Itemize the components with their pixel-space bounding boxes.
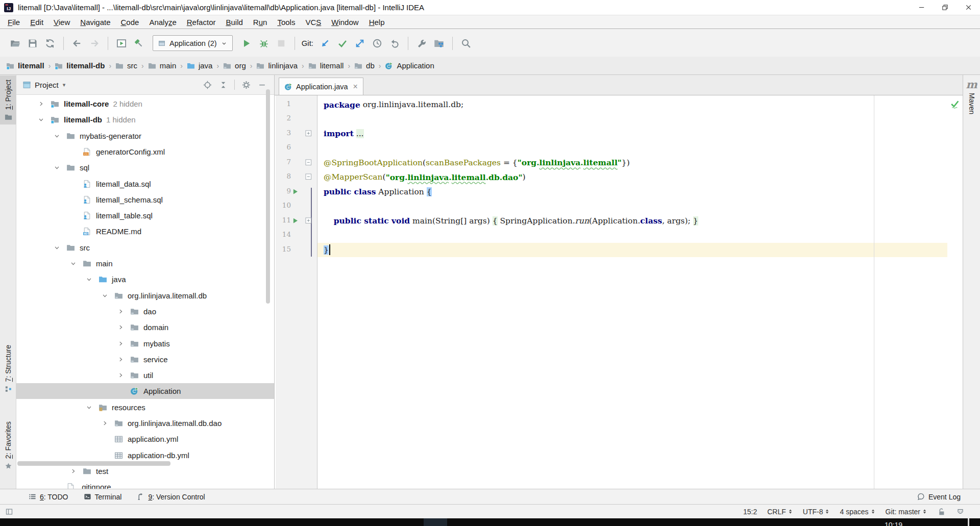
breadcrumb-linlinjava[interactable]: linlinjava [256, 61, 298, 70]
menu-run[interactable]: Run [248, 18, 273, 27]
code-line-7[interactable]: @SpringBootApplication(scanBasePackages … [317, 156, 947, 170]
back-button[interactable] [68, 35, 86, 52]
tree-item-java[interactable]: java [16, 271, 274, 287]
code-line-6[interactable] [317, 141, 947, 155]
code-line-11[interactable]: public static void main(String[] args) {… [317, 214, 947, 228]
run-line-icon[interactable] [292, 217, 299, 224]
chevron-right-icon[interactable] [116, 355, 125, 364]
build-project-button[interactable] [130, 35, 148, 52]
tool-window-tab-7-structure[interactable]: 7: Structure [0, 341, 16, 398]
tree-item-application-yml[interactable]: application.yml [16, 431, 274, 447]
run-configuration-combo[interactable]: Application (2) [153, 35, 233, 51]
chevron-right-icon[interactable] [116, 339, 125, 348]
menu-file[interactable]: File [3, 18, 25, 27]
chevron-down-icon[interactable] [85, 275, 93, 284]
tree-item-resources[interactable]: resources [16, 399, 274, 415]
breadcrumb-litemall[interactable]: litemall [6, 61, 44, 70]
breadcrumb-java[interactable]: java [187, 61, 213, 70]
code-editor[interactable]: package org.linlinjava.litemall.db;impor… [317, 95, 947, 489]
tree-item-sql[interactable]: sql [16, 160, 274, 176]
project-tree-vertical-scrollbar[interactable] [266, 89, 270, 304]
chevron-right-icon[interactable] [101, 419, 109, 428]
settings-button[interactable] [240, 79, 252, 91]
run-button[interactable] [238, 35, 255, 52]
chevron-right-icon[interactable] [69, 467, 78, 475]
close-button[interactable] [957, 0, 980, 15]
code-line-9[interactable]: public class Application { [317, 185, 947, 199]
breadcrumb-litemall[interactable]: litemall [308, 61, 344, 70]
code-line-10[interactable] [317, 199, 947, 213]
commit-button[interactable] [334, 35, 351, 52]
restore-button[interactable] [933, 0, 957, 15]
tree-item-readme-md[interactable]: MDREADME.md [16, 223, 274, 239]
chevron-down-icon[interactable] [53, 132, 61, 140]
taskbar-show-desktop[interactable] [968, 518, 969, 526]
code-line-15[interactable]: } [317, 243, 947, 257]
tree-item-gitignore[interactable]: .gitignore [16, 479, 274, 489]
menu-analyze[interactable]: Analyze [144, 18, 181, 27]
collapse-all-button[interactable] [217, 79, 229, 91]
chevron-down-icon[interactable] [101, 291, 109, 300]
tree-item-litemall-schema-sql[interactable]: litemall_schema.sql [16, 192, 274, 208]
code-line-8[interactable]: @MapperScan("org.linlinjava.litemall.db.… [317, 170, 947, 184]
taskbar-app-button[interactable] [424, 518, 447, 526]
tree-item-main[interactable]: main [16, 256, 274, 271]
tab-application-java[interactable]: C Application.java × [279, 78, 363, 95]
close-tab-icon[interactable]: × [353, 83, 358, 91]
save-all-button[interactable] [24, 35, 41, 52]
tree-item-mybatis-generator[interactable]: mybatis-generator [16, 128, 274, 144]
tree-item-service[interactable]: service [16, 352, 274, 367]
menu-window[interactable]: Window [326, 18, 363, 27]
tree-item-mybatis[interactable]: mybatis [16, 336, 274, 352]
tool-window-tab-1-project[interactable]: 1: Project [0, 76, 16, 124]
tree-item-src[interactable]: src [16, 240, 274, 256]
debug-button[interactable] [255, 35, 273, 52]
open-button[interactable] [7, 35, 24, 52]
fold-marker-minus-icon[interactable] [305, 159, 312, 166]
rollback-button[interactable] [386, 35, 403, 52]
code-line-14[interactable] [317, 228, 947, 242]
chevron-right-icon[interactable] [37, 99, 45, 108]
chevron-down-icon[interactable] [85, 403, 93, 412]
menu-navigate[interactable]: Navigate [75, 18, 115, 27]
menu-tools[interactable]: Tools [272, 18, 300, 27]
code-line-2[interactable] [317, 112, 947, 126]
menu-code[interactable]: Code [116, 18, 144, 27]
tree-item-domain[interactable]: domain [16, 319, 274, 335]
git-branch-widget[interactable]: Git: master [886, 508, 927, 516]
toolwindow-toggle-icon[interactable] [5, 508, 13, 516]
tree-item-litemall-table-sql[interactable]: litemall_table.sql [16, 208, 274, 223]
tree-item-org-linlinjava-litemall-db[interactable]: org.linlinjava.litemall.db [16, 288, 274, 304]
breadcrumb-litemall-db[interactable]: litemall-db [55, 61, 105, 70]
tree-item-litemall-data-sql[interactable]: litemall_data.sql [16, 176, 274, 192]
tree-item-org-linlinjava-litemall-db-dao[interactable]: org.linlinjava.litemall.db.dao [16, 415, 274, 431]
chevron-down-icon[interactable] [53, 163, 61, 172]
chevron-right-icon[interactable] [116, 307, 125, 316]
breadcrumb-org[interactable]: org [223, 61, 246, 70]
chevron-down-icon[interactable] [53, 243, 61, 252]
run-anything-button[interactable] [113, 35, 130, 52]
chevron-right-icon[interactable] [116, 323, 125, 332]
menu-edit[interactable]: Edit [25, 18, 48, 27]
synchronize-button[interactable] [41, 35, 59, 52]
chevron-down-icon[interactable] [69, 259, 78, 268]
settings-button[interactable] [413, 35, 430, 52]
project-tree-horizontal-scrollbar[interactable] [17, 461, 170, 466]
breadcrumb-db[interactable]: db [354, 61, 375, 70]
tree-item-dao[interactable]: dao [16, 304, 274, 319]
breadcrumb-src[interactable]: src [115, 61, 137, 70]
show-history-button[interactable] [369, 35, 386, 52]
tree-item-application[interactable]: CApplication [16, 383, 274, 399]
encoding-widget[interactable]: UTF-8 [803, 508, 830, 516]
update-project-button[interactable] [316, 35, 334, 52]
breadcrumb-application[interactable]: CApplication [385, 61, 434, 70]
menu-build[interactable]: Build [220, 18, 248, 27]
tool-window-button-6-todo[interactable]: 6: TODO [29, 493, 68, 501]
project-tree[interactable]: litemall-core2 hiddenlitemall-db1 hidden… [16, 95, 274, 489]
chevron-right-icon[interactable] [116, 371, 125, 380]
tool-window-tab-2-favorites[interactable]: 2: Favorites [0, 417, 16, 474]
tool-window-button-terminal[interactable]: Terminal [84, 493, 122, 501]
code-line-3[interactable]: import ... [317, 127, 947, 141]
tool-window-button-9-version-control[interactable]: 9: Version Control [137, 493, 205, 501]
project-structure-button[interactable] [430, 35, 448, 52]
